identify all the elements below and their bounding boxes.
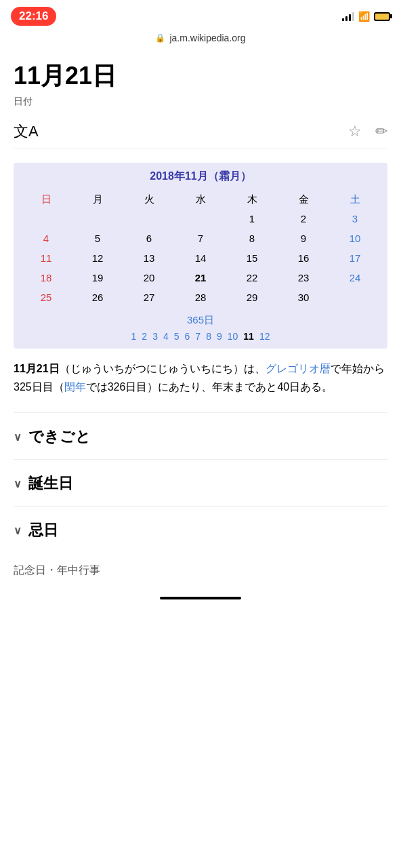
month-link-3[interactable]: 3 [152, 331, 158, 342]
calendar-week-row: 11121314151617 [20, 248, 381, 268]
calendar-week-row: 252627282930 [20, 288, 381, 307]
month-link-7[interactable]: 7 [195, 331, 200, 342]
calendar-day [329, 288, 381, 307]
wifi-icon: 📶 [358, 11, 370, 22]
calendar-day[interactable]: 8 [226, 229, 278, 248]
status-time: 22:16 [11, 7, 56, 26]
chevron-icon-3: ∨ [14, 524, 22, 537]
chevron-icon-2: ∨ [14, 477, 22, 490]
calendar-day[interactable]: 7 [175, 229, 226, 248]
calendar-day[interactable]: 19 [72, 268, 123, 288]
section-label-1: できごと [28, 427, 91, 447]
page-subtitle: 日付 [14, 96, 387, 108]
month-links: 1 2 3 4 5 6 7 8 9 10 11 12 [20, 331, 381, 342]
url-text: ja.m.wikipedia.org [169, 33, 245, 43]
calendar-day[interactable]: 18 [20, 268, 72, 288]
battery-icon [374, 12, 390, 21]
calendar-day[interactable]: 28 [175, 288, 226, 307]
month-link-12[interactable]: 12 [259, 331, 270, 342]
weekday-mon: 月 [72, 191, 123, 209]
calendar-day[interactable]: 3 [329, 209, 381, 229]
lock-icon: 🔒 [155, 33, 165, 43]
calendar-week-row: 45678910 [20, 229, 381, 248]
calendar-day[interactable]: 26 [72, 288, 123, 307]
calendar-day[interactable]: 10 [329, 229, 381, 248]
calendar-week-row: 123 [20, 209, 381, 229]
calendar: 2018年11月（霜月） 日 月 火 水 木 金 土 1234567891011… [14, 163, 387, 349]
calendar-day[interactable]: 5 [72, 229, 123, 248]
calendar-day[interactable]: 27 [123, 288, 175, 307]
weekday-wed: 水 [175, 191, 226, 209]
calendar-day [72, 209, 123, 229]
calendar-header: 2018年11月（霜月） [20, 170, 381, 184]
calendar-day[interactable]: 16 [278, 248, 329, 268]
calendar-day[interactable]: 24 [329, 268, 381, 288]
month-link-2[interactable]: 2 [142, 331, 147, 342]
calendar-day[interactable]: 17 [329, 248, 381, 268]
calendar-day[interactable]: 29 [226, 288, 278, 307]
month-link-4[interactable]: 4 [163, 331, 169, 342]
calendar-day[interactable]: 13 [123, 248, 175, 268]
weekday-sun: 日 [20, 191, 72, 209]
calendar-day[interactable]: 1 [226, 209, 278, 229]
font-size-button[interactable]: 文A [14, 121, 39, 142]
calendar-day[interactable]: 25 [20, 288, 72, 307]
calendar-day[interactable]: 2 [278, 209, 329, 229]
month-link-9[interactable]: 9 [217, 331, 222, 342]
calendar-day[interactable]: 22 [226, 268, 278, 288]
month-link-11[interactable]: 11 [243, 331, 254, 342]
calendar-day [123, 209, 175, 229]
status-bar: 22:16 📶 [0, 0, 401, 30]
section-誕生日[interactable]: ∨ 誕生日 [14, 459, 387, 500]
calendar-day[interactable]: 23 [278, 268, 329, 288]
calendar-day [20, 209, 72, 229]
calendar-week-row: 18192021222324 [20, 268, 381, 288]
calendar-day[interactable]: 20 [123, 268, 175, 288]
toolbar: 文A ☆ ✏ [14, 121, 387, 149]
calendar-day[interactable]: 9 [278, 229, 329, 248]
signal-icon [342, 12, 354, 21]
leap-year-link[interactable]: 閏年 [64, 381, 86, 393]
date-bold: 11月21日 [14, 363, 60, 374]
toolbar-right: ☆ ✏ [348, 123, 387, 140]
calendar-day[interactable]: 12 [72, 248, 123, 268]
page-title: 11月21日 [14, 60, 387, 93]
calendar-day[interactable]: 15 [226, 248, 278, 268]
section-忌日[interactable]: ∨ 忌日 [14, 506, 387, 547]
calendar-day[interactable]: 11 [20, 248, 72, 268]
month-link-6[interactable]: 6 [185, 331, 190, 342]
main-content: 11月21日 日付 文A ☆ ✏ 2018年11月（霜月） 日 月 火 水 木 … [0, 49, 401, 589]
weekday-tue: 火 [123, 191, 175, 209]
description: 11月21日（じゅういちがつにじゅういちにち）は、グレゴリオ暦で年始から325日… [14, 359, 387, 396]
month-link-10[interactable]: 10 [228, 331, 238, 342]
month-link-1[interactable]: 1 [131, 331, 137, 342]
status-icons: 📶 [342, 11, 390, 22]
calendar-day[interactable]: 4 [20, 229, 72, 248]
calendar-day [175, 209, 226, 229]
gregorian-link[interactable]: グレゴリオ暦 [266, 363, 331, 374]
month-link-5[interactable]: 5 [174, 331, 180, 342]
section-できごと[interactable]: ∨ できごと [14, 412, 387, 454]
calendar-day[interactable]: 30 [278, 288, 329, 307]
weekday-sat: 土 [329, 191, 381, 209]
calendar-grid: 日 月 火 水 木 金 土 12345678910111213141516171… [20, 191, 381, 307]
edit-icon[interactable]: ✏ [375, 123, 387, 140]
calendar-day[interactable]: 21 [175, 268, 226, 288]
calendar-weekday-row: 日 月 火 水 木 金 土 [20, 191, 381, 209]
address-bar[interactable]: 🔒 ja.m.wikipedia.org [0, 30, 401, 49]
bottom-bar [0, 589, 401, 605]
next-section-preview: 記念日・年中行事 [14, 553, 387, 578]
month-link-8[interactable]: 8 [206, 331, 211, 342]
section-label-3: 忌日 [28, 520, 58, 540]
bookmark-icon[interactable]: ☆ [348, 123, 362, 140]
calendar-footer: 365日 [20, 314, 381, 327]
section-label-2: 誕生日 [28, 473, 73, 494]
calendar-day[interactable]: 6 [123, 229, 175, 248]
weekday-thu: 木 [226, 191, 278, 209]
weekday-fri: 金 [278, 191, 329, 209]
chevron-icon-1: ∨ [14, 431, 22, 443]
calendar-day[interactable]: 14 [175, 248, 226, 268]
home-indicator [160, 597, 241, 599]
